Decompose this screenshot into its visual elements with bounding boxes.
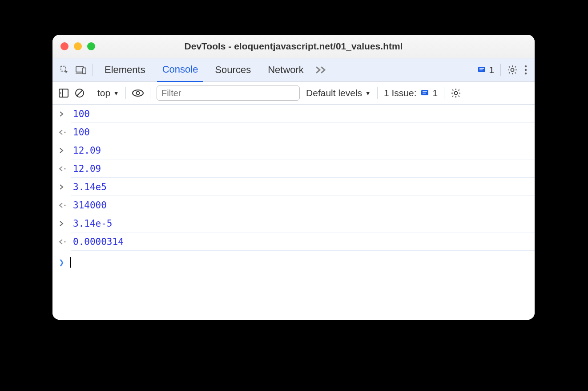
output-chevron-icon <box>59 166 68 172</box>
svg-rect-4 <box>478 67 485 72</box>
divider <box>377 87 378 99</box>
svg-point-17 <box>64 131 66 133</box>
console-value: 12.09 <box>73 163 101 174</box>
console-value: 100 <box>73 109 90 119</box>
svg-point-13 <box>133 90 143 96</box>
console-input-row[interactable]: 12.09 <box>52 141 535 159</box>
output-chevron-icon <box>59 202 68 208</box>
devtools-window: DevTools - eloquentjavascript.net/01_val… <box>52 35 535 320</box>
issues-badge[interactable]: 1 <box>477 65 494 75</box>
divider <box>150 87 150 99</box>
svg-point-19 <box>64 204 66 206</box>
settings-icon[interactable] <box>507 65 518 75</box>
live-expression-icon[interactable] <box>132 89 144 97</box>
input-chevron-icon <box>59 111 68 117</box>
console-prompt[interactable]: ❯ <box>52 251 535 274</box>
console-output-row[interactable]: 12.09 <box>52 159 535 178</box>
row-divider <box>71 250 535 251</box>
output-chevron-icon <box>59 129 68 135</box>
svg-point-6 <box>525 65 527 67</box>
divider <box>500 64 501 76</box>
svg-line-12 <box>77 90 82 96</box>
more-tabs-icon[interactable] <box>315 66 328 74</box>
device-toolbar-icon[interactable] <box>76 65 86 75</box>
console-settings-icon[interactable] <box>451 88 461 98</box>
svg-rect-15 <box>421 90 428 95</box>
kebab-menu-icon[interactable] <box>524 65 528 75</box>
svg-point-14 <box>137 92 140 95</box>
issues-count: 1 <box>433 88 438 98</box>
console-output-row[interactable]: 100 <box>52 123 535 141</box>
text-cursor <box>70 257 71 268</box>
close-window-button[interactable] <box>60 42 68 50</box>
svg-rect-3 <box>83 68 86 73</box>
minimize-window-button[interactable] <box>74 42 82 50</box>
console-output-row[interactable]: 0.0000314 <box>52 232 535 251</box>
console-output-row[interactable]: 314000 <box>52 196 535 214</box>
window-title: DevTools - eloquentjavascript.net/01_val… <box>52 41 535 52</box>
log-levels-select[interactable]: Default levels ▼ <box>306 88 371 98</box>
console-value: 0.0000314 <box>73 236 124 247</box>
svg-point-16 <box>455 92 458 95</box>
svg-point-18 <box>64 168 66 169</box>
tabs-bar: Elements Console Sources Network 1 <box>52 58 535 82</box>
tab-sources[interactable]: Sources <box>209 58 256 81</box>
clear-console-icon[interactable] <box>75 88 85 98</box>
output-chevron-icon <box>59 239 68 245</box>
svg-point-5 <box>511 69 514 72</box>
console-value: 3.14e5 <box>73 182 107 192</box>
issue-icon <box>477 65 486 74</box>
toggle-sidebar-icon[interactable] <box>59 89 68 98</box>
input-chevron-icon <box>59 147 68 154</box>
tab-console[interactable]: Console <box>157 58 204 82</box>
prompt-chevron-icon: ❯ <box>59 257 68 268</box>
titlebar: DevTools - eloquentjavascript.net/01_val… <box>52 35 535 58</box>
chevron-down-icon: ▼ <box>365 90 371 97</box>
tab-elements[interactable]: Elements <box>99 58 151 81</box>
console-body: 10010012.0912.093.14e53140003.14e-50.000… <box>52 105 535 320</box>
svg-point-7 <box>525 69 527 71</box>
console-input-row[interactable]: 3.14e5 <box>52 178 535 196</box>
levels-label: Default levels <box>306 88 362 98</box>
divider <box>444 87 444 99</box>
filter-input[interactable] <box>157 86 300 101</box>
input-chevron-icon <box>59 220 68 227</box>
console-toolbar: top ▼ Default levels ▼ 1 Issue: 1 <box>52 82 535 105</box>
divider <box>93 64 93 76</box>
inspect-element-icon[interactable] <box>60 65 69 75</box>
issues-label: 1 Issue: <box>384 88 417 98</box>
divider <box>125 87 126 99</box>
console-value: 314000 <box>73 200 107 211</box>
input-chevron-icon <box>59 184 68 190</box>
console-value: 12.09 <box>73 145 101 156</box>
divider <box>91 87 91 99</box>
traffic-lights <box>60 42 95 50</box>
issues-summary[interactable]: 1 Issue: 1 <box>384 88 438 98</box>
execution-context-select[interactable]: top ▼ <box>97 88 119 98</box>
console-input-row[interactable]: 100 <box>52 105 535 123</box>
console-value: 3.14e-5 <box>73 218 113 229</box>
svg-point-8 <box>525 73 527 74</box>
issue-icon <box>420 89 429 98</box>
issues-badge-count: 1 <box>489 65 494 75</box>
console-input-row[interactable]: 3.14e-5 <box>52 214 535 232</box>
chevron-down-icon: ▼ <box>113 90 119 97</box>
context-label: top <box>97 88 110 98</box>
svg-point-20 <box>64 241 66 242</box>
console-value: 100 <box>73 127 90 138</box>
maximize-window-button[interactable] <box>87 42 95 50</box>
tab-network[interactable]: Network <box>262 58 309 81</box>
